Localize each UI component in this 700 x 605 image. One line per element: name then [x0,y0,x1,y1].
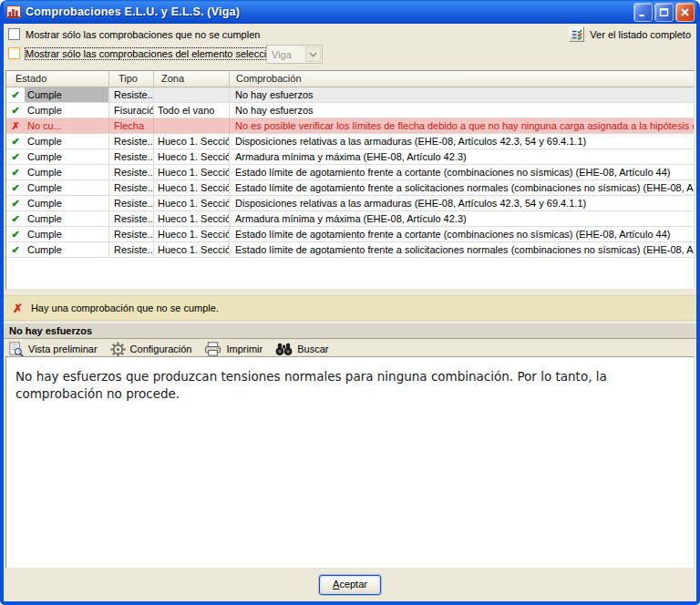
table-row[interactable]: ✔ Cumple Resiste... Hueco 1. Sección sup… [6,165,694,180]
preview-button[interactable]: Vista preliminar [8,342,98,357]
cell-estado: Cumple [25,211,109,226]
table-row[interactable]: ✔ Cumple Resiste... No hay esfuerzos [6,87,694,103]
cell-estado: Cumple [25,227,109,241]
only-selected-element-label[interactable]: Mostrar sólo las comprobaciones del elem… [26,48,294,59]
cell-zona: Hueco 1. Sección supe... [154,134,230,149]
detail-toolbar: Vista preliminar Configuración [8,340,328,358]
element-type-select[interactable]: Viga [266,45,323,64]
settings-button[interactable]: Configuración [110,342,192,357]
fail-icon: ✗ [13,302,23,315]
cell-comprobacion: No hay esfuerzos [230,103,694,118]
filter-failed-row: Mostrar sólo las comprobaciones que no s… [8,28,260,40]
table-row[interactable]: ✔ Cumple Resiste... Hueco 1. Sección sup… [6,134,694,149]
maximize-icon [659,7,669,17]
print-label: Imprimir [226,344,262,354]
row-status-icon: ✔ [6,196,25,210]
table-row[interactable]: ✔ Cumple Resiste... Hueco 1. Sección inf… [6,196,694,211]
cell-tipo: Fisuración [109,103,154,118]
search-label: Buscar [297,344,328,354]
cell-comprobacion: Estado límite de agotamiento frente a so… [230,242,694,257]
cell-tipo: Resiste... [109,165,154,179]
element-type-value: Viga [267,49,305,60]
minimize-button[interactable] [633,3,653,22]
cell-zona: Hueco 1. Sección supe... [154,165,230,179]
cell-estado: Cumple [25,196,109,210]
cell-comprobacion: Disposiciones relativas a las armaduras … [230,134,694,149]
row-status-icon: ✔ [6,87,25,102]
detail-section-title: No hay esfuerzos [4,323,696,339]
only-failed-label[interactable]: Mostrar sólo las comprobaciones que no s… [26,29,260,40]
preview-label: Vista preliminar [28,344,98,354]
cell-comprobacion: Estado límite de agotamiento frente a so… [230,180,694,195]
cell-estado: Cumple [25,149,109,164]
minimize-icon [638,7,648,17]
print-button[interactable]: Imprimir [204,342,262,356]
cell-tipo: Resiste... [109,149,154,164]
table-row[interactable]: ✔ Cumple Fisuración Todo el vano No hay … [6,103,694,118]
listing-icon [569,26,584,42]
cell-zona: Hueco 1. Sección supe... [154,180,230,195]
table-body: ✔ Cumple Resiste... No hay esfuerzos ✔ C… [6,87,694,289]
cell-comprobacion: No es posible verificar los límites de f… [230,118,694,133]
cell-estado: Cumple [25,103,109,118]
cell-tipo: Resiste... [109,242,154,257]
column-header-estado[interactable]: Estado [6,71,109,87]
summary-status-bar: ✗ Hay una comprobación que no se cumple. [4,295,696,321]
table-row[interactable]: ✗ No cu... Flecha No es posible verifica… [6,118,694,134]
row-status-icon: ✔ [6,134,25,149]
close-button[interactable] [675,3,695,22]
table-row[interactable]: ✔ Cumple Resiste... Hueco 1. Sección inf… [6,242,694,258]
cell-zona: Hueco 1. Sección inferi... [154,196,230,210]
cell-comprobacion: Estado límite de agotamiento frente a co… [230,227,694,241]
row-status-icon: ✔ [6,242,25,257]
summary-status-text: Hay una comprobación que no se cumple. [31,302,219,313]
row-status-icon: ✗ [6,118,25,133]
close-icon [680,7,690,17]
cell-tipo: Flecha [109,118,154,133]
column-header-zona[interactable]: Zona [154,71,230,87]
cell-estado: Cumple [25,165,109,179]
cell-estado: Cumple [25,242,109,257]
cell-zona: Hueco 1. Sección supe... [154,149,230,164]
cell-tipo: Resiste... [109,134,154,149]
view-full-listing-label: Ver el listado completo [590,29,691,40]
chevron-down-icon [309,52,317,57]
detail-panel: No hay esfuerzos que produzcan tensiones… [5,356,695,569]
row-status-icon: ✔ [6,103,25,118]
view-full-listing-button[interactable]: Ver el listado completo [569,26,691,42]
checks-table: Estado Tipo Zona Comprobación ✔ Cumple R… [5,70,695,290]
cell-estado: No cu... [25,118,109,133]
search-button[interactable]: Buscar [275,343,328,356]
table-row[interactable]: ✔ Cumple Resiste... Hueco 1. Sección inf… [6,227,694,242]
print-icon [204,342,221,356]
table-row[interactable]: ✔ Cumple Resiste... Hueco 1. Sección sup… [6,149,694,165]
cell-zona: Hueco 1. Sección inferi... [154,242,230,257]
cell-tipo: Resiste... [109,87,154,102]
table-row[interactable]: ✔ Cumple Resiste... Hueco 1. Sección sup… [6,180,694,196]
maximize-button[interactable] [654,3,674,22]
combo-arrow-button[interactable] [305,46,321,62]
cell-estado: Cumple [25,87,109,102]
column-header-tipo[interactable]: Tipo [109,71,154,87]
cell-zona: Hueco 1. Sección inferi... [154,211,230,226]
dialog-window: Comprobaciones E.L.U. y E.L.S. (Viga) Mo… [0,0,700,605]
column-header-comprobacion[interactable]: Comprobación [230,71,694,87]
cell-zona [154,118,230,133]
row-status-icon: ✔ [6,165,25,179]
table-header: Estado Tipo Zona Comprobación [6,71,694,87]
cell-comprobacion: Armadura mínima y máxima (EHE-08, Artícu… [230,211,694,226]
accept-button[interactable]: Aceptar [319,575,381,595]
cell-tipo: Resiste... [109,196,154,210]
window-title: Comprobaciones E.L.U. y E.L.S. (Viga) [26,5,633,18]
cell-comprobacion: No hay esfuerzos [230,87,694,102]
cell-zona: Hueco 1. Sección inferi... [154,227,230,241]
cell-zona: Todo el vano [154,103,230,118]
row-status-icon: ✔ [6,180,25,195]
settings-label: Configuración [130,344,192,354]
row-status-icon: ✔ [6,149,25,164]
only-failed-checkbox[interactable] [8,28,20,40]
only-selected-element-checkbox[interactable] [8,47,20,59]
table-row[interactable]: ✔ Cumple Resiste... Hueco 1. Sección inf… [6,211,694,227]
cell-zona [154,87,230,102]
cell-tipo: Resiste... [109,211,154,226]
